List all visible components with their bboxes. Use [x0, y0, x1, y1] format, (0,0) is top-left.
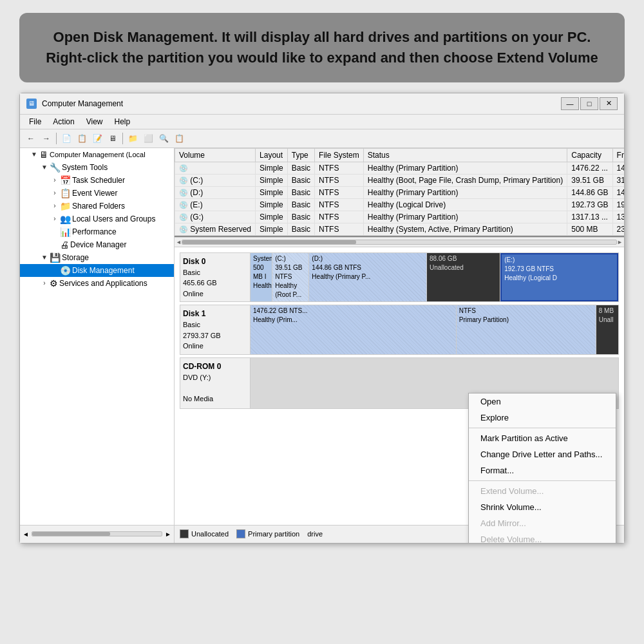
- device-icon: 🖨: [60, 240, 69, 250]
- cell-capacity: 39.51 GB: [567, 174, 612, 186]
- ctx-explore[interactable]: Explore: [469, 410, 616, 426]
- sidebar-item-shared-folders[interactable]: › 📁 Shared Folders: [20, 200, 174, 213]
- window-title: Computer Management: [42, 99, 556, 108]
- toolbar-btn-1[interactable]: 📄: [59, 131, 73, 146]
- legend-unalloc: Unallocated: [180, 529, 229, 538]
- disk1-part2[interactable]: NTFS Primary Partition): [457, 305, 596, 354]
- table-row[interactable]: 💿 (G:) Simple Basic NTFS Healthy (Primar…: [175, 211, 625, 223]
- cdrom0-label: CD-ROM 0DVD (Y:)No Media: [180, 357, 251, 409]
- instruction-text: Open Disk Management. It will display al…: [39, 27, 605, 68]
- sidebar-item-system-tools[interactable]: ▼ 🔧 System Tools: [20, 161, 174, 174]
- toolbar-btn-8[interactable]: 📋: [172, 131, 186, 146]
- sidebar-item-task-scheduler[interactable]: › 📅 Task Scheduler: [20, 174, 174, 187]
- cell-layout: Simple: [256, 186, 288, 198]
- sidebar-root-label: Computer Management (Local: [50, 151, 146, 158]
- shared-label: Shared Folders: [72, 202, 125, 211]
- toolbar-btn-5[interactable]: 📁: [126, 131, 140, 146]
- storage-label: Storage: [62, 253, 89, 262]
- sidebar-item-event-viewer[interactable]: › 📋 Event Viewer: [20, 187, 174, 200]
- col-freespace: Free Space: [612, 148, 624, 162]
- cell-volume: 💿 System Reserved: [175, 223, 256, 235]
- disk1-label: Disk 1Basic2793.37 GBOnline: [180, 305, 251, 355]
- cell-fs: NTFS: [315, 174, 364, 186]
- menu-action[interactable]: Action: [48, 116, 79, 128]
- toolbar-btn-3[interactable]: 📝: [90, 131, 104, 146]
- toolbar-btn-2[interactable]: 📋: [75, 131, 89, 146]
- sidebar-item-performance[interactable]: 📊 Performance: [20, 225, 174, 238]
- hscroll-left[interactable]: ◄: [176, 239, 182, 245]
- disk1-part1[interactable]: 1476.22 GB NTS... Healthy (Prim...: [251, 305, 457, 354]
- sidebar-scroll-left[interactable]: ◄: [23, 531, 29, 538]
- ctx-mark-active[interactable]: Mark Partition as Active: [469, 430, 616, 446]
- ctx-extend-volume[interactable]: Extend Volume...: [469, 483, 616, 499]
- sidebar-item-disk-management[interactable]: 💿 Disk Management: [20, 264, 174, 277]
- sidebar-item-storage[interactable]: ▼ 💾 Storage: [20, 251, 174, 264]
- disk0-system-partition[interactable]: System 500 MB I Healthy: [251, 253, 272, 302]
- cell-volume: 💿 (G:): [175, 211, 256, 223]
- event-icon: 📋: [60, 188, 71, 198]
- toolbar: ← → 📄 📋 📝 🖥 📁 ⬜ 🔍 📋: [20, 129, 624, 148]
- services-label: Services and Applications: [59, 279, 147, 288]
- menu-view[interactable]: View: [81, 116, 108, 128]
- sidebar-root[interactable]: ▼ 🖥 Computer Management (Local: [20, 148, 174, 161]
- disk0-row: Disk 0Basic465.66 GBOnline System 500 MB…: [180, 252, 619, 303]
- cell-status: Healthy (Primary Partition): [363, 162, 567, 174]
- cell-type: Basic: [287, 198, 314, 211]
- maximize-button[interactable]: □: [580, 97, 598, 110]
- disk0-unalloc[interactable]: 88.06 GB Unallocated: [427, 253, 500, 302]
- table-row[interactable]: 💿 System Reserved Simple Basic NTFS Heal…: [175, 223, 625, 235]
- col-status: Status: [363, 148, 567, 162]
- cell-layout: Simple: [256, 198, 288, 211]
- toolbar-btn-7[interactable]: 🔍: [156, 131, 171, 146]
- cell-free: 192.61 GB: [612, 198, 624, 211]
- context-menu: Open Explore Mark Partition as Active Ch…: [468, 393, 616, 543]
- disk-icon: 💿: [60, 265, 71, 276]
- cell-capacity: 192.73 GB: [567, 198, 612, 211]
- ctx-open[interactable]: Open: [469, 393, 616, 410]
- sidebar-item-local-users[interactable]: › 👥 Local Users and Groups: [20, 213, 174, 225]
- close-button[interactable]: ✕: [600, 97, 618, 110]
- disk1-unalloc[interactable]: 8 MB Unall: [596, 305, 618, 354]
- window: 🖥 Computer Management — □ ✕ File Action …: [19, 93, 625, 544]
- minimize-button[interactable]: —: [561, 97, 579, 110]
- toolbar-btn-4[interactable]: 🖥: [106, 131, 120, 146]
- ctx-delete-volume[interactable]: Delete Volume...: [469, 531, 616, 543]
- ctx-add-mirror[interactable]: Add Mirror...: [469, 515, 616, 531]
- ctx-change-letter[interactable]: Change Drive Letter and Paths...: [469, 446, 616, 462]
- col-type: Type: [287, 148, 314, 162]
- task-icon: 📅: [60, 175, 71, 185]
- table-row[interactable]: 💿 Simple Basic NTFS Healthy (Primary Par…: [175, 162, 625, 174]
- table-wrapper[interactable]: Volume Layout Type File System Status Ca…: [175, 148, 624, 237]
- instruction-box: Open Disk Management. It will display al…: [19, 13, 625, 82]
- cell-free: 237 MB: [612, 223, 624, 235]
- sidebar-item-device-manager[interactable]: 🖨 Device Manager: [20, 238, 174, 251]
- menu-bar: File Action View Help: [20, 115, 624, 129]
- storage-icon: 💾: [50, 252, 61, 263]
- toolbar-btn-6[interactable]: ⬜: [141, 131, 155, 146]
- col-layout: Layout: [256, 148, 288, 162]
- table-row[interactable]: 💿 (C:) Simple Basic NTFS Healthy (Boot, …: [175, 174, 625, 186]
- menu-help[interactable]: Help: [109, 116, 136, 128]
- table-row[interactable]: 💿 (D:) Simple Basic NTFS Healthy (Primar…: [175, 186, 625, 198]
- ctx-shrink-volume[interactable]: Shrink Volume...: [469, 499, 616, 515]
- cell-capacity: 144.86 GB: [567, 186, 612, 198]
- back-button[interactable]: ←: [24, 131, 38, 146]
- cell-free: 1476.00 ...: [612, 162, 624, 174]
- disk0-c-partition[interactable]: (C:) 39.51 GB NTFS Healthy (Root P...: [272, 253, 309, 302]
- menu-file[interactable]: File: [24, 116, 46, 128]
- sidebar-scroll-right[interactable]: ►: [165, 531, 171, 538]
- forward-button[interactable]: →: [39, 131, 53, 146]
- cell-free: 1316.92 ...: [612, 211, 624, 223]
- cell-type: Basic: [287, 211, 314, 223]
- sidebar-item-services[interactable]: › ⚙ Services and Applications: [20, 277, 174, 290]
- disk0-d-partition[interactable]: (D:) 144.86 GB NTFS Healthy (Primary P..…: [309, 253, 427, 302]
- ctx-format[interactable]: Format...: [469, 462, 616, 478]
- disk0-e-partition[interactable]: (E:) 192.73 GB NTFS Healthy (Logical D: [500, 253, 618, 302]
- folder-icon: 📁: [60, 201, 71, 211]
- local-users-label: Local Users and Groups: [72, 214, 155, 223]
- col-filesystem: File System: [315, 148, 364, 162]
- device-manager-label: Device Manager: [70, 240, 126, 249]
- hscroll-right[interactable]: ►: [617, 239, 623, 245]
- table-row[interactable]: 💿 (E:) Simple Basic NTFS Healthy (Logica…: [175, 198, 625, 211]
- task-label: Task Scheduler: [72, 176, 125, 185]
